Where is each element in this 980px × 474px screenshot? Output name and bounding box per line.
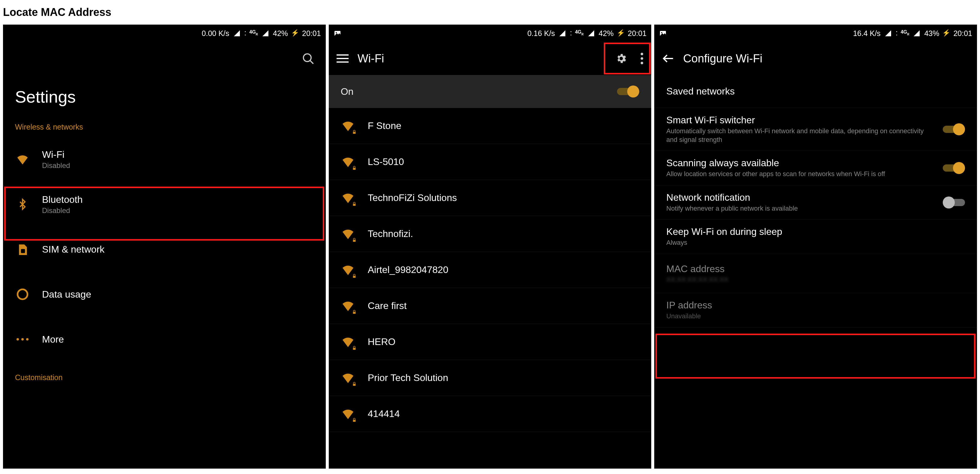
svg-point-11	[336, 32, 337, 33]
wifi-network-row[interactable]: Prior Tech Solution	[329, 360, 652, 396]
row-more[interactable]: More	[3, 317, 326, 362]
row-sim[interactable]: SIM & network	[3, 227, 326, 272]
configure-list: Smart Wi-Fi switcher Automatically switc…	[654, 108, 977, 328]
lock-icon	[352, 129, 357, 135]
wifi-network-row[interactable]: Care first	[329, 288, 652, 324]
wifi-network-name: Care first	[368, 300, 407, 311]
configure-title: Configure Wi-Fi	[683, 52, 762, 65]
separator: :	[896, 29, 898, 37]
lock-icon	[352, 309, 357, 315]
scanning-toggle[interactable]	[943, 162, 965, 174]
wifi-signal-icon	[341, 371, 356, 385]
wifi-network-row[interactable]: 414414	[329, 396, 652, 432]
clock: 20:01	[628, 29, 647, 38]
settings-list: Wi-Fi Disabled Bluetooth Disabled SIM	[3, 137, 326, 362]
lock-icon	[352, 237, 357, 243]
net-speed: 0.00 K/s	[202, 29, 229, 38]
signal-icon-2	[912, 30, 921, 37]
lock-icon	[352, 165, 357, 171]
wifi-signal-icon	[341, 263, 356, 277]
wifi-network-name: LS-5010	[368, 156, 404, 167]
item-title: Scanning always available	[666, 157, 885, 169]
saved-networks[interactable]: Saved networks	[654, 75, 977, 108]
data-usage-icon	[15, 287, 30, 302]
svg-rect-19	[353, 168, 355, 170]
item-network-notification[interactable]: Network notification Notify whenever a p…	[654, 185, 977, 220]
svg-point-9	[26, 338, 29, 341]
wifi-icon	[15, 152, 30, 167]
charging-icon: ⚡	[617, 29, 625, 37]
svg-point-8	[21, 338, 24, 341]
item-scanning[interactable]: Scanning always available Allow location…	[654, 151, 977, 185]
wifi-network-row[interactable]: TechnoFiZi Solutions	[329, 180, 652, 216]
row-label: Bluetooth	[42, 194, 83, 205]
lock-icon	[352, 201, 357, 207]
item-title: MAC address	[666, 263, 729, 274]
row-wifi[interactable]: Wi-Fi Disabled	[3, 137, 326, 182]
wifi-network-row[interactable]: F Stone	[329, 108, 652, 144]
wifi-network-row[interactable]: LS-5010	[329, 144, 652, 180]
wifi-toggle-label: On	[341, 86, 354, 97]
svg-rect-22	[353, 276, 355, 278]
row-label: Data usage	[42, 289, 91, 300]
overflow-icon[interactable]	[640, 52, 643, 65]
item-ip-address: IP address Unavailable	[654, 293, 977, 328]
separator: :	[570, 29, 572, 37]
item-subtitle: Automatically switch between Wi-Fi netwo…	[666, 127, 937, 144]
svg-point-6	[18, 290, 28, 300]
network-type: 4GR	[575, 29, 584, 35]
svg-point-7	[16, 338, 19, 341]
item-subtitle: Allow location services or other apps to…	[666, 170, 885, 179]
signal-icon	[232, 30, 242, 37]
row-label: More	[42, 334, 64, 345]
phone-configure-wifi: 16.4 K/s : 4GR 43% ⚡ 20:01 Configure Wi-…	[654, 25, 977, 469]
wifi-header: Wi-Fi	[329, 42, 652, 75]
wifi-network-row[interactable]: HERO	[329, 324, 652, 360]
mac-value-blurred: XX:XX:XX:XX:XX:XX	[666, 276, 729, 284]
wifi-toggle[interactable]	[617, 85, 639, 98]
gear-icon[interactable]	[615, 52, 627, 65]
network-type: 4GR	[249, 29, 258, 35]
item-title: IP address	[666, 300, 712, 311]
signal-icon	[884, 30, 892, 37]
row-bluetooth[interactable]: Bluetooth Disabled	[3, 182, 326, 227]
settings-title: Settings	[3, 75, 326, 117]
status-bar: 16.4 K/s : 4GR 43% ⚡ 20:01	[654, 25, 977, 42]
svg-rect-23	[353, 312, 355, 314]
smart-switch-toggle[interactable]	[943, 123, 965, 136]
separator: :	[244, 29, 247, 37]
clock: 20:01	[953, 29, 972, 38]
search-icon[interactable]	[302, 52, 315, 67]
item-title: Smart Wi-Fi switcher	[666, 114, 937, 126]
item-subtitle: Always	[666, 238, 782, 247]
lock-icon	[352, 381, 357, 387]
svg-rect-26	[353, 420, 355, 422]
phone-settings: 0.00 K/s : 4GR 42% ⚡ 20:01 Settings Wire…	[3, 25, 326, 469]
configure-header: Configure Wi-Fi	[654, 42, 977, 75]
wifi-network-name: 414414	[368, 408, 400, 419]
wifi-network-row[interactable]: Airtel_9982047820	[329, 252, 652, 288]
item-subtitle: Unavailable	[666, 312, 712, 321]
svg-rect-24	[353, 348, 355, 350]
back-icon[interactable]	[662, 52, 674, 65]
item-keep-on-sleep[interactable]: Keep Wi-Fi on during sleep Always	[654, 220, 977, 254]
status-bar: 0.16 K/s : 4GR 42% ⚡ 20:01	[329, 25, 652, 42]
wifi-network-list: F StoneLS-5010TechnoFiZi SolutionsTechno…	[329, 108, 652, 432]
clock: 20:01	[302, 29, 321, 38]
notification-toggle[interactable]	[943, 196, 965, 209]
section-customisation: Customisation	[3, 368, 326, 387]
phone-wifi: 0.16 K/s : 4GR 42% ⚡ 20:01 Wi-Fi	[329, 25, 652, 469]
wifi-network-row[interactable]: Technofizi.	[329, 216, 652, 252]
svg-point-17	[641, 62, 643, 65]
item-smart-switcher[interactable]: Smart Wi-Fi switcher Automatically switc…	[654, 108, 977, 151]
wifi-signal-icon	[341, 334, 356, 349]
menu-icon[interactable]	[337, 54, 348, 63]
wifi-network-name: F Stone	[368, 120, 401, 132]
signal-icon-2	[261, 30, 270, 37]
svg-point-15	[641, 53, 643, 55]
wifi-signal-icon	[341, 190, 356, 206]
wifi-network-name: TechnoFiZi Solutions	[368, 192, 457, 203]
screenshot-icon	[659, 30, 667, 37]
lock-icon	[352, 345, 357, 351]
row-data-usage[interactable]: Data usage	[3, 272, 326, 317]
